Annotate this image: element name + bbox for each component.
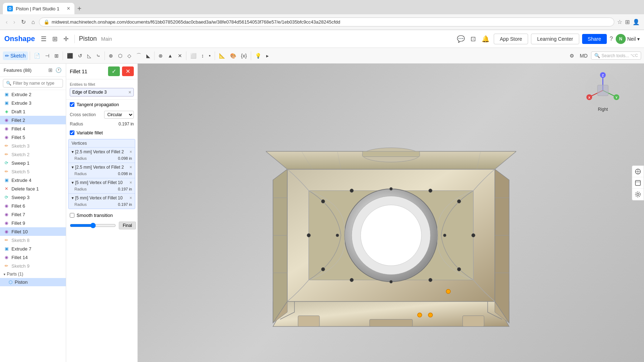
address-bar[interactable]: 🔒 midwest.machinetech.onshape.com/docume… — [39, 18, 614, 26]
settings-panel-icon[interactable] — [632, 189, 644, 200]
search-tools-field[interactable]: 🔍 Search tools... ⌥C — [591, 51, 641, 60]
feature-fillet10[interactable]: ◉ Fillet 10 — [0, 227, 66, 236]
refresh-btn[interactable]: ↻ — [20, 18, 27, 26]
shell-btn[interactable]: ⬡ — [116, 51, 125, 60]
sketch-tool-btn[interactable]: ✏ Sketch — [3, 51, 28, 60]
feature-sketch9[interactable]: ✏ Sketch 9 — [0, 262, 66, 270]
extrude-btn[interactable]: ⬛ — [65, 51, 75, 60]
feature-deleteface1[interactable]: ✕ Delete face 1 — [0, 184, 66, 193]
filter-input-wrapper[interactable]: 🔍 — [3, 79, 63, 88]
draft-btn[interactable]: ◇ — [125, 51, 133, 60]
delete-btn[interactable]: ✕ — [176, 51, 184, 60]
grid-tools-btn[interactable]: ⊞ — [51, 34, 59, 44]
home-btn[interactable]: ⌂ — [30, 18, 36, 26]
feature-sketch8[interactable]: ✏ Sketch 8 — [0, 236, 66, 244]
sweep-icon: ⟳ — [4, 160, 9, 166]
chat-btn[interactable]: 💬 — [455, 34, 466, 44]
feature-fillet14[interactable]: ◉ Fillet 14 — [0, 253, 66, 262]
mirror-btn[interactable]: ⊣ — [43, 51, 52, 60]
active-tab[interactable]: O Piston | Part Studio 1 × — [3, 3, 74, 14]
feature-fillet7[interactable]: ◉ Fillet 7 — [0, 210, 66, 219]
help-btn[interactable]: ? — [610, 36, 613, 42]
feature-extrude2[interactable]: ▣ Extrude 2 — [0, 90, 66, 99]
feature-extrude4[interactable]: ▣ Extrude 4 — [0, 176, 66, 184]
share-btn[interactable]: Share — [582, 34, 607, 44]
onshape-logo[interactable]: Onshape — [4, 35, 35, 43]
feature-draft1[interactable]: ◈ Draft 1 — [0, 107, 66, 116]
history-btn[interactable]: 🕐 — [55, 66, 62, 74]
feature-extrude3[interactable]: ▣ Extrude 3 — [0, 99, 66, 107]
final-btn[interactable]: Final — [119, 222, 136, 229]
app-store-btn[interactable]: App Store — [494, 34, 528, 44]
settings-btn[interactable]: ⚙ — [567, 51, 576, 60]
radius-row: Radius 0.197 in — [66, 120, 137, 128]
boolean-btn[interactable]: ⊗ — [156, 51, 165, 60]
follow-btn[interactable]: ⊡ — [469, 34, 477, 44]
feature-fillet6[interactable]: ◉ Fillet 6 — [0, 202, 66, 210]
confirm-btn[interactable]: ✓ — [108, 66, 120, 76]
fillet-icon: ◉ — [4, 203, 9, 209]
plane-btn[interactable]: ⬜ — [188, 51, 199, 60]
feature-fillet4[interactable]: ◉ Fillet 4 — [0, 124, 66, 133]
appearance-panel-icon[interactable] — [632, 177, 644, 189]
cross-section-select[interactable]: Circular Conic Curvature — [104, 111, 134, 119]
vertex-remove-1-btn[interactable]: × — [130, 149, 132, 154]
filter-input[interactable] — [13, 81, 66, 86]
tab-close-btn[interactable]: × — [67, 6, 70, 11]
learning-center-btn[interactable]: Learning Center — [531, 34, 579, 44]
cursor-tools-btn[interactable]: ✛ — [62, 34, 70, 44]
transition-slider[interactable] — [70, 223, 116, 228]
mode-btn[interactable]: MD — [578, 51, 590, 60]
layers-panel-icon[interactable] — [632, 166, 644, 177]
sweep-btn[interactable]: ⤷ — [94, 51, 103, 60]
bookmark-btn[interactable]: ☆ — [617, 19, 622, 25]
more-btn[interactable]: ▸ — [264, 51, 271, 60]
hamburger-menu-btn[interactable]: ☰ — [39, 34, 48, 44]
cancel-btn[interactable]: ✕ — [122, 66, 134, 76]
new-tab-btn[interactable]: + — [77, 5, 82, 13]
feature-sweep1[interactable]: ⟳ Sweep 1 — [0, 159, 66, 167]
feature-sweep3[interactable]: ⟳ Sweep 3 — [0, 193, 66, 202]
variable-fillet-checkbox[interactable] — [70, 130, 74, 135]
feature-sketch3[interactable]: ✏ Sketch 3 — [0, 142, 66, 150]
notifications-btn[interactable]: 🔔 — [480, 34, 491, 44]
chamfer-btn[interactable]: ◣ — [144, 51, 152, 60]
feature-fillet9[interactable]: ◉ Fillet 9 — [0, 219, 66, 227]
move-btn[interactable]: ▲ — [166, 51, 175, 60]
measure-btn[interactable]: 📐 — [217, 51, 227, 60]
feature-fillet2[interactable]: ◉ Fillet 2 — [0, 116, 66, 124]
feature-fillet5[interactable]: ◉ Fillet 5 — [0, 133, 66, 142]
vertex-item-1: ▾ [2.5 mm] Vertex of Fillet 2 × Radius 0… — [69, 147, 135, 163]
vertex-remove-2-btn[interactable]: × — [130, 165, 132, 170]
revolve-btn[interactable]: ↺ — [76, 51, 84, 60]
new-btn[interactable]: 📄 — [32, 51, 42, 60]
feature-sketch5[interactable]: ✏ Sketch 5 — [0, 167, 66, 176]
3d-viewport[interactable]: Z Y X Right — [138, 64, 644, 362]
axis-btn[interactable]: ↕ — [199, 51, 206, 60]
pattern-btn[interactable]: ⊞ — [52, 51, 61, 60]
variable-btn[interactable]: {x} — [239, 51, 249, 60]
vertex-radius-row-1: Radius 0.098 in — [72, 155, 132, 162]
forward-btn[interactable]: › — [12, 18, 16, 26]
feature-sketch2[interactable]: ✏ Sketch 2 — [0, 150, 66, 159]
vertex-remove-4-btn[interactable]: × — [130, 195, 132, 200]
vertex-remove-3-btn[interactable]: × — [130, 180, 132, 185]
smooth-transition-checkbox[interactable] — [70, 213, 74, 218]
appearance-btn[interactable]: 🎨 — [228, 51, 238, 60]
back-btn[interactable]: ‹ — [4, 18, 9, 26]
expand-all-btn[interactable]: ⊞ — [48, 66, 53, 74]
part-piston[interactable]: ⬡ Piston — [0, 278, 66, 286]
point-btn[interactable]: • — [207, 51, 213, 60]
user-menu-btn[interactable]: N Neil ▾ — [616, 34, 640, 44]
loft-btn[interactable]: ◺ — [85, 51, 93, 60]
extensions-btn[interactable]: ⊞ — [625, 19, 630, 25]
offset-btn[interactable]: ⊕ — [107, 51, 115, 60]
orientation-gizmo[interactable]: Z Y X Right — [583, 71, 623, 110]
entity-remove-btn[interactable]: × — [128, 89, 131, 95]
render-btn[interactable]: 💡 — [253, 51, 263, 60]
fillet-btn[interactable]: ⌒ — [134, 51, 143, 60]
feature-extrude7[interactable]: ▣ Extrude 7 — [0, 244, 66, 253]
profile-btn[interactable]: 👤 — [633, 19, 640, 25]
tangent-propagation-checkbox[interactable] — [70, 102, 74, 107]
parts-section-header[interactable]: ▾ Parts (1) — [0, 270, 66, 278]
